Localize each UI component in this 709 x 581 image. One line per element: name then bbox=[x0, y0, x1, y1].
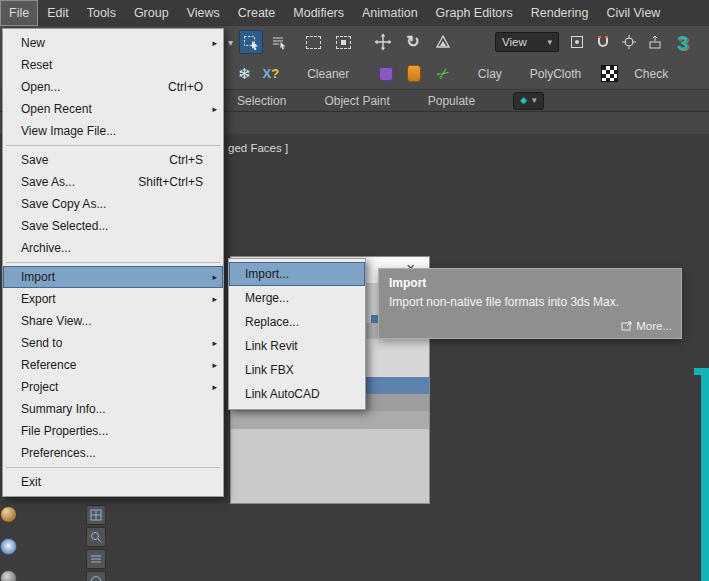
menu-item-label: File Properties... bbox=[21, 424, 108, 438]
select-and-move-button[interactable] bbox=[371, 30, 395, 54]
file-menu-item-exit[interactable]: Exit bbox=[3, 471, 223, 493]
select-by-name-icon bbox=[271, 34, 288, 51]
file-menu-item-import[interactable]: Import ▸ bbox=[3, 266, 223, 288]
submenu-arrow-icon: ▸ bbox=[212, 360, 217, 370]
file-menu-item-archive[interactable]: Archive... bbox=[3, 237, 223, 259]
menu-item-label: Save bbox=[21, 153, 48, 167]
import-tooltip: Import Import non-native file formats in… bbox=[378, 268, 682, 339]
select-and-scale-button[interactable] bbox=[431, 30, 455, 54]
menubar-item-civil-view[interactable]: Civil View bbox=[597, 0, 669, 26]
orange-cylinder-icon[interactable] bbox=[407, 65, 421, 82]
cleaner-label: Cleaner bbox=[307, 67, 349, 81]
file-menu-item-view-image-file[interactable]: View Image File... bbox=[3, 120, 223, 142]
use-pivot-point-button[interactable] bbox=[565, 30, 589, 54]
xp-plugin-icon[interactable]: X? bbox=[263, 67, 280, 80]
file-menu-item-save-selected[interactable]: Save Selected... bbox=[3, 215, 223, 237]
checker-map-icon[interactable] bbox=[601, 65, 618, 82]
import-submenu-item-link-fbx[interactable]: Link FBX bbox=[229, 358, 365, 382]
chevron-down-icon: ▾ bbox=[548, 37, 553, 47]
move-icon bbox=[374, 33, 392, 51]
window-crossing-button[interactable] bbox=[331, 30, 355, 54]
list-tool-button[interactable] bbox=[86, 549, 106, 569]
import-submenu-item-replace[interactable]: Replace... bbox=[229, 310, 365, 334]
menu-item-shortcut: Ctrl+O bbox=[168, 80, 217, 94]
file-menu-item-save-as[interactable]: Save As... Shift+Ctrl+S bbox=[3, 171, 223, 193]
chevron-down-icon: ▾ bbox=[532, 96, 537, 105]
blue-sphere-icon[interactable] bbox=[0, 538, 17, 555]
menu-item-label: Replace... bbox=[245, 315, 299, 329]
purple-plugin-icon[interactable] bbox=[379, 67, 393, 81]
menubar-item-rendering[interactable]: Rendering bbox=[522, 0, 598, 26]
submenu-arrow-icon: ▸ bbox=[212, 38, 217, 48]
viewport-highlight-border bbox=[701, 368, 709, 581]
menubar-item-group[interactable]: Group bbox=[125, 0, 178, 26]
snap-toggle-button[interactable] bbox=[591, 30, 615, 54]
tab-object-paint[interactable]: Object Paint bbox=[324, 94, 389, 108]
menu-item-label: Link AutoCAD bbox=[245, 387, 320, 401]
file-menu-item-share-view[interactable]: Share View... bbox=[3, 310, 223, 332]
file-menu-item-export[interactable]: Export ▸ bbox=[3, 288, 223, 310]
file-menu: New ▸ Reset Open... Ctrl+O Open Recent ▸… bbox=[2, 28, 224, 497]
menu-item-label: Reset bbox=[21, 58, 52, 72]
circle-icon bbox=[89, 574, 103, 581]
menubar-item-create[interactable]: Create bbox=[229, 0, 285, 26]
import-submenu: Import... Merge... Replace... Link Revit… bbox=[228, 258, 366, 410]
tooltip-more-link[interactable]: More... bbox=[621, 320, 672, 332]
select-and-rotate-button[interactable]: ↻ bbox=[401, 30, 425, 54]
rectangular-selection-region-button[interactable] bbox=[301, 30, 325, 54]
file-menu-item-summary-info[interactable]: Summary Info... bbox=[3, 398, 223, 420]
file-menu-item-project[interactable]: Project ▸ bbox=[3, 376, 223, 398]
file-menu-item-preferences[interactable]: Preferences... bbox=[3, 442, 223, 464]
crosshair-icon bbox=[621, 34, 637, 50]
dialog-row[interactable] bbox=[231, 411, 429, 429]
menubar-item-modifiers[interactable]: Modifiers bbox=[284, 0, 353, 26]
menubar-item-animation[interactable]: Animation bbox=[353, 0, 427, 26]
menu-item-label: Archive... bbox=[21, 241, 71, 255]
snaps-center-button[interactable] bbox=[617, 30, 641, 54]
select-by-name-button[interactable] bbox=[267, 30, 291, 54]
magnifier-tool-button[interactable] bbox=[86, 527, 106, 547]
file-menu-item-reset[interactable]: Reset bbox=[3, 54, 223, 76]
menubar: File Edit Tools Group Views Create Modif… bbox=[0, 0, 709, 26]
reference-coordinate-dropdown[interactable]: View ▾ bbox=[495, 32, 559, 52]
gray-sphere-icon[interactable] bbox=[0, 570, 17, 581]
file-menu-item-file-properties[interactable]: File Properties... bbox=[3, 420, 223, 442]
select-object-button[interactable] bbox=[239, 30, 263, 54]
sphere-material-icon[interactable] bbox=[0, 506, 17, 523]
menu-item-label: Merge... bbox=[245, 291, 289, 305]
menubar-item-tools[interactable]: Tools bbox=[78, 0, 125, 26]
scissors-icon[interactable]: ✂ bbox=[434, 64, 453, 84]
vertical-mini-toolbar bbox=[86, 505, 108, 581]
menubar-item-file[interactable]: File bbox=[0, 0, 38, 26]
diamond-icon: ◆ bbox=[520, 96, 527, 105]
import-submenu-item-link-revit[interactable]: Link Revit bbox=[229, 334, 365, 358]
import-submenu-item-merge[interactable]: Merge... bbox=[229, 286, 365, 310]
file-menu-item-send-to[interactable]: Send to ▸ bbox=[3, 332, 223, 354]
xp-q-glyph: ? bbox=[271, 66, 279, 81]
import-submenu-item-link-autocad[interactable]: Link AutoCAD bbox=[229, 382, 365, 406]
ribbon-options-dropdown[interactable]: ◆ ▾ bbox=[513, 92, 543, 110]
file-menu-item-open[interactable]: Open... Ctrl+O bbox=[3, 76, 223, 98]
freeze-icon[interactable]: ❄ bbox=[238, 66, 251, 81]
isolate-selection-button[interactable] bbox=[643, 30, 667, 54]
file-menu-item-save-copy-as[interactable]: Save Copy As... bbox=[3, 193, 223, 215]
file-menu-item-save[interactable]: Save Ctrl+S bbox=[3, 149, 223, 171]
tab-populate[interactable]: Populate bbox=[428, 94, 475, 108]
menu-item-label: Export bbox=[21, 292, 56, 306]
menubar-item-edit[interactable]: Edit bbox=[38, 0, 78, 26]
import-submenu-item-import[interactable]: Import... bbox=[229, 262, 365, 286]
tab-selection[interactable]: Selection bbox=[237, 94, 286, 108]
menu-item-label: Link Revit bbox=[245, 339, 298, 353]
grid-tool-button[interactable] bbox=[86, 505, 106, 525]
menu-item-shortcut: Ctrl+S bbox=[169, 153, 217, 167]
file-menu-item-new[interactable]: New ▸ bbox=[3, 32, 223, 54]
file-menu-item-reference[interactable]: Reference ▸ bbox=[3, 354, 223, 376]
file-menu-item-open-recent[interactable]: Open Recent ▸ bbox=[3, 98, 223, 120]
flyout-arrow-icon[interactable]: ▾ bbox=[228, 37, 233, 48]
submenu-arrow-icon: ▸ bbox=[212, 104, 217, 114]
viewport-shading-label[interactable]: ged Faces ] bbox=[228, 142, 288, 154]
menubar-item-views[interactable]: Views bbox=[178, 0, 229, 26]
3dsmax-window: ged Faces ] File Edit Tools Group Views … bbox=[0, 0, 709, 581]
circle-tool-button[interactable] bbox=[86, 571, 106, 581]
menubar-item-graph-editors[interactable]: Graph Editors bbox=[427, 0, 522, 26]
